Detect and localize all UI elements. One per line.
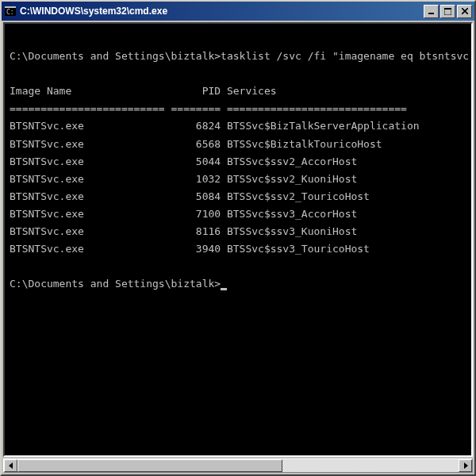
close-button[interactable] (457, 5, 472, 18)
horizontal-scrollbar[interactable] (3, 459, 473, 473)
maximize-button[interactable] (440, 5, 455, 18)
cmd-window: C: C:\WINDOWS\system32\cmd.exe C:\Docume… (0, 0, 476, 476)
scroll-track[interactable] (17, 459, 459, 472)
scroll-left-button[interactable] (4, 459, 17, 472)
minimize-button[interactable] (424, 5, 439, 18)
window-title: C:\WINDOWS\system32\cmd.exe (20, 6, 424, 17)
cursor (221, 288, 227, 290)
titlebar[interactable]: C: C:\WINDOWS\system32\cmd.exe (2, 2, 474, 21)
svg-rect-1 (5, 6, 16, 8)
svg-marker-8 (9, 463, 13, 469)
window-controls (424, 5, 472, 18)
cmd-icon: C: (4, 5, 17, 17)
svg-marker-9 (464, 463, 468, 469)
client-area: C:\Documents and Settings\biztalk>taskli… (2, 21, 474, 474)
svg-rect-5 (444, 8, 451, 10)
svg-text:C:: C: (6, 9, 14, 16)
svg-rect-3 (428, 13, 434, 14)
scroll-thumb[interactable] (17, 459, 282, 472)
prompt-current: C:\Documents and Settings\biztalk> (10, 278, 221, 290)
console-output[interactable]: C:\Documents and Settings\biztalk>taskli… (3, 22, 473, 457)
scroll-right-button[interactable] (459, 459, 472, 472)
